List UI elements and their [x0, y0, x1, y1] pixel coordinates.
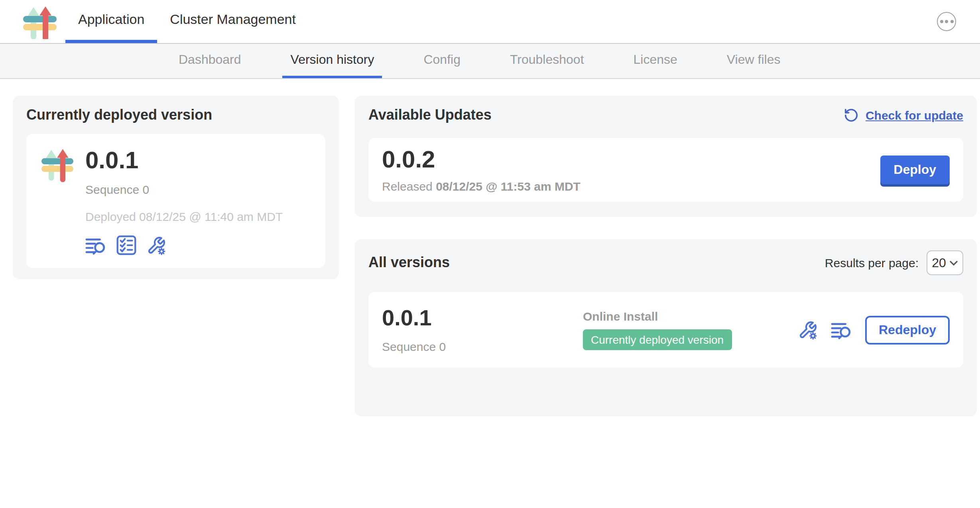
diff-icon[interactable] — [85, 236, 107, 255]
preflight-checklist-icon[interactable] — [116, 235, 136, 255]
all-versions-title: All versions — [368, 254, 450, 271]
update-version-number: 0.0.2 — [382, 147, 581, 172]
version-row: 0.0.1 Sequence 0 Online Install Currentl… — [368, 292, 963, 368]
diff-icon[interactable] — [831, 320, 852, 339]
released-label: Released — [382, 179, 433, 193]
version-row-info: 0.0.1 Sequence 0 — [382, 307, 583, 353]
app-window: Application Cluster Management Dashboard… — [0, 0, 980, 508]
deployed-version-number: 0.0.1 — [85, 148, 283, 173]
subnav-tab-dashboard[interactable]: Dashboard — [171, 44, 249, 78]
released-date: 08/12/25 @ 11:53 am MDT — [436, 179, 581, 193]
rotate-ccw-icon — [844, 108, 859, 123]
available-updates-panel: Available Updates Check for update 0.0.2… — [355, 96, 977, 217]
version-row-status: Online Install Currently deployed versio… — [583, 309, 797, 350]
currently-deployed-panel: Currently deployed version 0.0.1 Sequenc… — [13, 96, 339, 279]
app-logo-icon — [41, 146, 74, 183]
currently-deployed-title: Currently deployed version — [26, 107, 325, 124]
app-logo-icon — [22, 6, 57, 39]
install-type-label: Online Install — [583, 309, 797, 323]
update-card: 0.0.2 Released 08/12/25 @ 11:53 am MDT D… — [368, 138, 963, 202]
deployed-version-details: 0.0.1 Sequence 0 Deployed 08/12/25 @ 11:… — [85, 146, 283, 256]
available-updates-title: Available Updates — [368, 107, 492, 124]
right-column: Available Updates Check for update 0.0.2… — [355, 96, 977, 416]
subnav-tab-license[interactable]: License — [626, 44, 685, 78]
results-per-page: Results per page: 20 — [825, 250, 963, 275]
check-for-update-label: Check for update — [866, 108, 963, 122]
deploy-button[interactable]: Deploy — [880, 156, 950, 184]
deployed-timestamp: Deployed 08/12/25 @ 11:40 am MDT — [85, 209, 283, 223]
subnav-tab-troubleshoot[interactable]: Troubleshoot — [502, 44, 592, 78]
ellipsis-menu-icon[interactable] — [937, 12, 956, 31]
app-sub-nav: Dashboard Version history Config Trouble… — [0, 44, 980, 79]
config-wrench-gear-icon[interactable] — [797, 319, 818, 340]
deployed-actions — [85, 235, 283, 256]
version-row-actions: Redeploy — [797, 315, 950, 344]
subnav-tab-config[interactable]: Config — [415, 44, 468, 78]
redeploy-button[interactable]: Redeploy — [865, 315, 950, 344]
subnav-tab-version-history[interactable]: Version history — [283, 44, 382, 78]
update-released-timestamp: Released 08/12/25 @ 11:53 am MDT — [382, 179, 581, 193]
tab-application[interactable]: Application — [65, 0, 157, 43]
chevron-down-icon — [950, 260, 958, 265]
currently-deployed-badge: Currently deployed version — [583, 329, 732, 350]
check-for-update-link[interactable]: Check for update — [844, 108, 963, 123]
results-per-page-label: Results per page: — [825, 256, 919, 270]
main-content: Currently deployed version 0.0.1 Sequenc… — [0, 79, 980, 475]
results-per-page-select[interactable]: 20 — [927, 250, 963, 275]
top-nav: Application Cluster Management — [0, 0, 980, 44]
results-per-page-value: 20 — [932, 256, 946, 270]
update-details: 0.0.2 Released 08/12/25 @ 11:53 am MDT — [382, 147, 581, 193]
top-nav-tabs: Application Cluster Management — [65, 0, 309, 43]
subnav-tab-view-files[interactable]: View files — [719, 44, 789, 78]
all-versions-panel: All versions Results per page: 20 0.0 — [355, 239, 977, 416]
row-sequence: Sequence 0 — [382, 339, 583, 353]
row-version-number: 0.0.1 — [382, 307, 583, 330]
config-wrench-gear-icon[interactable] — [146, 235, 167, 256]
deployed-sequence: Sequence 0 — [85, 182, 283, 196]
deployed-version-card: 0.0.1 Sequence 0 Deployed 08/12/25 @ 11:… — [26, 134, 325, 268]
tab-cluster-management[interactable]: Cluster Management — [157, 0, 309, 43]
